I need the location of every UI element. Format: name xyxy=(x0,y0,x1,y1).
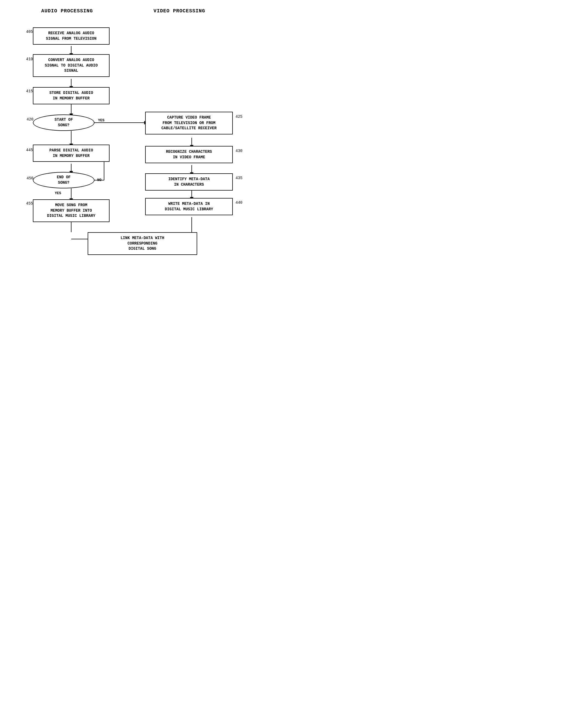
step-410-box: CONVERT ANALOG AUDIO SIGNAL TO DIGITAL A… xyxy=(33,54,110,77)
yes-label-450: YES xyxy=(55,191,61,195)
audio-processing-title: AUDIO PROCESSING xyxy=(41,8,93,14)
step-440-label: 440 xyxy=(236,200,242,205)
step-415-box: STORE DIGITAL AUDIO IN MEMORY BUFFER xyxy=(33,87,110,104)
step-420-oval: START OF SONG? xyxy=(33,114,95,131)
step-405-box: RECEIVE ANALOG AUDIO SIGNAL FROM TELEVIS… xyxy=(33,27,110,45)
step-455-label: 455 xyxy=(26,201,33,206)
step-455-box: MOVE SONG FROM MEMORY BUFFER INTO DIGITA… xyxy=(33,199,110,222)
step-430-box: RECOGNIZE CHARACTERS IN VIDEO FRAME xyxy=(145,146,233,163)
step-460-box: LINK META-DATA WITH CORRESPONDING DIGITA… xyxy=(87,232,197,255)
step-440-box: WRITE META-DATA IN DIGITAL MUSIC LIBRARY xyxy=(145,198,233,215)
step-425-box: CAPTURE VIDEO FRAME FROM TELEVISION OR F… xyxy=(145,112,233,134)
step-420-label: 420 xyxy=(26,117,34,122)
no-label-450: NO xyxy=(97,178,102,182)
video-processing-title: VIDEO PROCESSING xyxy=(154,8,205,14)
step-450-label: 450 xyxy=(26,176,34,180)
step-410-label: 410 xyxy=(26,57,33,61)
step-405-label: 405 xyxy=(26,30,33,34)
step-435-label: 435 xyxy=(236,176,242,180)
page-title-row: AUDIO PROCESSING VIDEO PROCESSING xyxy=(11,8,236,14)
step-445-label: 445 xyxy=(26,148,33,152)
step-435-box: IDENTIFY META-DATA IN CHARACTERS xyxy=(145,173,233,190)
step-425-label: 425 xyxy=(236,114,242,119)
step-450-oval: END OF SONG? xyxy=(33,172,95,188)
step-430-label: 430 xyxy=(236,149,242,153)
step-415-label: 415 xyxy=(26,89,33,94)
step-445-box: PARSE DIGITAL AUDIO IN MEMORY BUFFER xyxy=(33,144,110,162)
yes-label-420: YES xyxy=(98,118,104,122)
